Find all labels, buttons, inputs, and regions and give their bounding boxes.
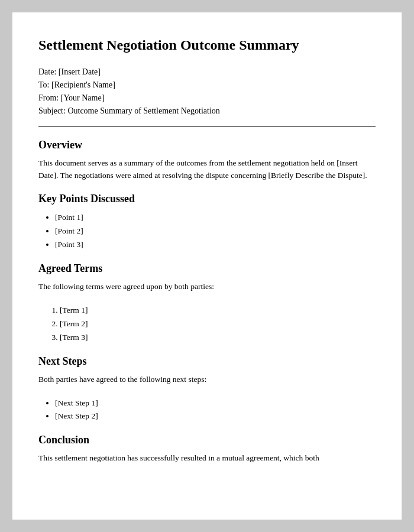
agreed-terms-section: Agreed Terms The following terms were ag… xyxy=(38,262,376,345)
list-item: [Term 3] xyxy=(60,331,376,345)
overview-heading: Overview xyxy=(38,139,376,151)
conclusion-section: Conclusion This settlement negotiation h… xyxy=(38,434,376,465)
document-title: Settlement Negotiation Outcome Summary xyxy=(38,36,376,54)
meta-subject: Subject: Outcome Summary of Settlement N… xyxy=(38,106,376,116)
next-steps-intro: Both parties have agreed to the followin… xyxy=(38,374,376,386)
key-points-section: Key Points Discussed [Point 1] [Point 2]… xyxy=(38,193,376,252)
list-item: [Next Step 2] xyxy=(55,410,376,423)
agreed-terms-intro: The following terms were agreed upon by … xyxy=(38,281,376,293)
next-steps-section: Next Steps Both parties have agreed to t… xyxy=(38,355,376,424)
list-item: [Term 2] xyxy=(60,317,376,331)
list-item: [Next Step 1] xyxy=(55,397,376,410)
list-item: [Term 1] xyxy=(60,304,376,317)
section-divider xyxy=(38,126,376,127)
next-steps-heading: Next Steps xyxy=(38,355,376,368)
next-steps-list: [Next Step 1] [Next Step 2] xyxy=(55,397,376,424)
key-points-list: [Point 1] [Point 2] [Point 3] xyxy=(55,211,376,252)
key-points-heading: Key Points Discussed xyxy=(38,193,376,205)
agreed-terms-heading: Agreed Terms xyxy=(38,262,376,275)
document-page: Settlement Negotiation Outcome Summary D… xyxy=(12,12,402,520)
meta-from: From: [Your Name] xyxy=(38,93,376,103)
meta-to: To: [Recipient's Name] xyxy=(38,80,376,90)
overview-section: Overview This document serves as a summa… xyxy=(38,139,376,182)
list-item: [Point 2] xyxy=(55,225,376,238)
list-item: [Point 3] xyxy=(55,238,376,252)
conclusion-heading: Conclusion xyxy=(38,434,376,446)
overview-body: This document serves as a summary of the… xyxy=(38,157,376,182)
conclusion-body: This settlement negotiation has successf… xyxy=(38,452,376,465)
list-item: [Point 1] xyxy=(55,211,376,225)
meta-date: Date: [Insert Date] xyxy=(38,67,376,77)
agreed-terms-list: [Term 1] [Term 2] [Term 3] xyxy=(60,304,376,345)
